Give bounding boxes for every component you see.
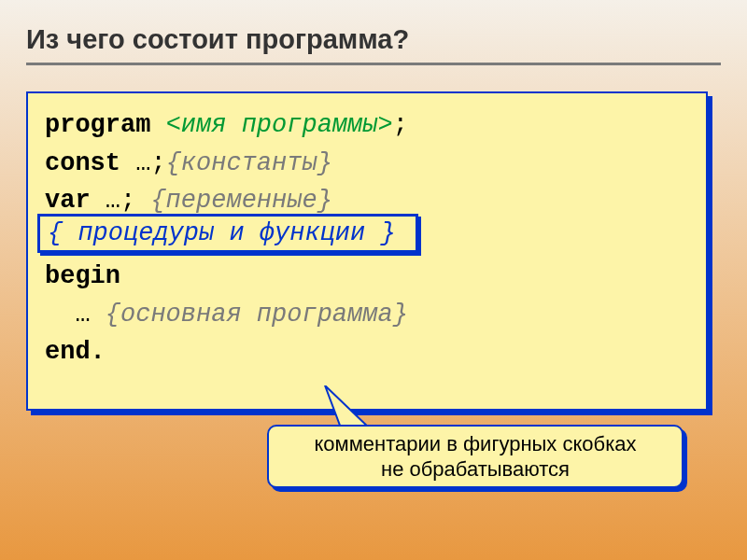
callout-box: комментарии в фигурных скобках не обраба… (267, 425, 684, 488)
code-line-begin: begin (45, 258, 689, 296)
comment-var: {переменные} (150, 187, 331, 215)
comment-main: {основная программа} (106, 301, 408, 329)
keyword-program: program (45, 111, 166, 139)
keyword-begin: begin (45, 262, 120, 290)
callout-line1: комментарии в фигурных скобках (314, 432, 636, 455)
const-rest: …; (135, 149, 165, 177)
keyword-const: const (45, 149, 135, 177)
main-indent: … (45, 301, 106, 329)
program-name-placeholder: <имя программы> (166, 111, 393, 139)
comment-const: {константы} (166, 149, 332, 177)
callout-line2: не обрабатываются (381, 457, 570, 481)
proc-func-text: { процедуры и функции } (48, 219, 396, 247)
page-title: Из чего состоит программа? (26, 24, 721, 55)
var-rest: …; (106, 187, 151, 215)
code-line-const: const …;{константы} (45, 145, 689, 183)
proc-func-box: { процедуры и функции } (37, 214, 418, 253)
code-line-end: end. (45, 333, 689, 371)
semicolon: ; (393, 111, 408, 139)
title-underline (26, 63, 721, 65)
svg-marker-0 (325, 385, 372, 430)
keyword-end: end. (45, 338, 106, 366)
keyword-var: var (45, 187, 106, 215)
callout-text: комментарии в фигурных скобках не обраба… (314, 431, 636, 483)
code-line-program: program <имя программы>; (45, 106, 689, 145)
header: Из чего состоит программа? (0, 0, 747, 75)
code-line-main: … {основная программа} (45, 296, 689, 334)
